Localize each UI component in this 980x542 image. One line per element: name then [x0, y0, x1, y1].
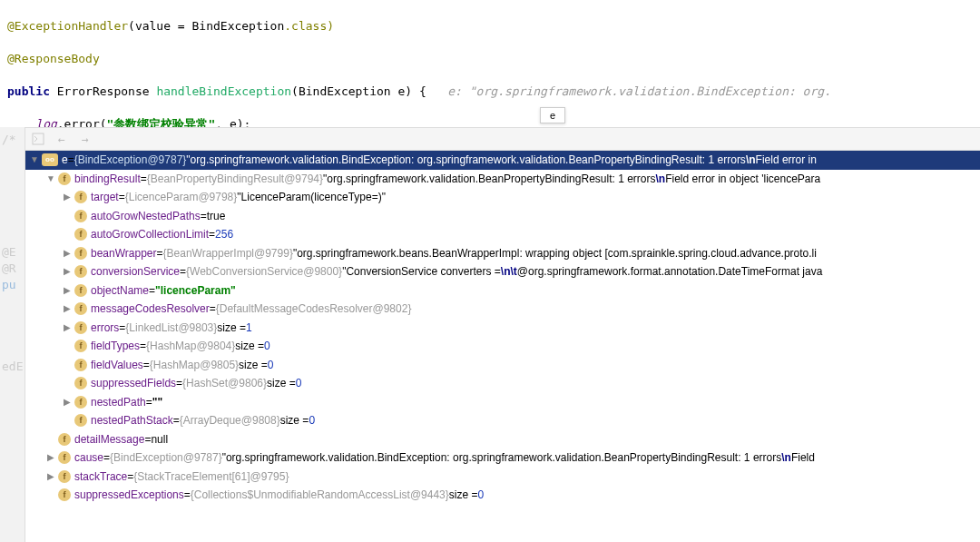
debug-toolbar: ← →: [25, 127, 980, 151]
expand-icon[interactable]: [62, 244, 73, 263]
field-badge-icon: f: [74, 377, 87, 389]
field-badge-icon: f: [74, 265, 87, 278]
tree-row[interactable]: f conversionService = {WebConversionServ…: [25, 262, 980, 281]
tree-row[interactable]: f stackTrace = {StackTraceElement[61]@97…: [25, 468, 980, 487]
forward-icon[interactable]: →: [78, 132, 93, 146]
tree-row-root[interactable]: oo e = {BindException@9787} "org.springf…: [25, 151, 980, 170]
tree-row[interactable]: f detailMessage = null: [25, 430, 980, 449]
tree-row[interactable]: f cause = {BindException@9787} "org.spri…: [25, 448, 980, 468]
annotation-exception-handler: @ExceptionHandler: [7, 19, 128, 33]
tree-row[interactable]: f autoGrowCollectionLimit = 256: [25, 225, 980, 244]
field-badge-icon: f: [74, 302, 87, 315]
console-icon[interactable]: [31, 132, 45, 146]
field-badge-icon: f: [58, 470, 71, 483]
field-badge-icon: f: [58, 488, 71, 501]
back-icon[interactable]: ←: [54, 132, 69, 146]
left-gutter: /* @E @R pu edE: [0, 127, 25, 542]
expand-icon[interactable]: [62, 300, 73, 319]
tree-row[interactable]: f objectName = "licenceParam": [25, 281, 980, 301]
field-badge-icon: f: [74, 321, 87, 334]
field-badge-icon: f: [58, 433, 71, 446]
tree-row[interactable]: f errors = {LinkedList@9803} size = 1: [25, 319, 980, 338]
tree-row[interactable]: f messageCodesResolver = {DefaultMessage…: [25, 300, 980, 319]
expand-icon[interactable]: [62, 393, 73, 412]
field-badge-icon: f: [74, 210, 87, 222]
annotation-response-body: @ResponseBody: [7, 52, 100, 65]
field-badge-icon: f: [58, 451, 71, 464]
expand-icon[interactable]: [45, 468, 56, 487]
inline-hint: e: "org.springframework.validation.BindE…: [447, 84, 831, 98]
tree-row[interactable]: f target = {LicenceParam@9798} "LicenceP…: [25, 188, 980, 207]
tree-row[interactable]: f nestedPathStack = {ArrayDeque@9808} si…: [25, 411, 980, 430]
variable-tooltip[interactable]: e: [540, 107, 565, 123]
field-badge-icon: f: [58, 172, 71, 185]
expand-icon[interactable]: [62, 188, 73, 207]
field-badge-icon: f: [74, 247, 87, 260]
field-badge-icon: f: [74, 396, 87, 409]
expand-icon[interactable]: [62, 262, 73, 281]
expand-icon[interactable]: [62, 281, 73, 301]
tree-row[interactable]: f fieldValues = {HashMap@9805} size = 0: [25, 356, 980, 375]
tree-row[interactable]: f beanWrapper = {BeanWrapperImpl@9799} "…: [25, 244, 980, 263]
tree-row[interactable]: f suppressedFields = {HashSet@9806} size…: [25, 374, 980, 393]
object-badge-icon: oo: [42, 153, 58, 166]
tree-row[interactable]: f nestedPath = "": [25, 393, 980, 412]
field-badge-icon: f: [74, 340, 87, 352]
tree-row[interactable]: f autoGrowNestedPaths = true: [25, 207, 980, 226]
field-badge-icon: f: [74, 228, 87, 241]
field-badge-icon: f: [74, 191, 87, 203]
expand-icon[interactable]: [29, 151, 40, 170]
field-badge-icon: f: [74, 414, 87, 427]
expand-icon[interactable]: [45, 448, 56, 468]
tree-row[interactable]: f bindingResult = {BeanPropertyBindingRe…: [25, 170, 980, 189]
field-badge-icon: f: [74, 284, 87, 297]
tree-row[interactable]: f fieldTypes = {HashMap@9804} size = 0: [25, 337, 980, 356]
svg-rect-0: [33, 133, 44, 144]
tree-row[interactable]: f suppressedExceptions = {Collections$Un…: [25, 486, 980, 505]
variables-tree[interactable]: oo e = {BindException@9787} "org.springf…: [25, 151, 980, 542]
field-badge-icon: f: [74, 359, 87, 371]
expand-icon[interactable]: [62, 319, 73, 338]
expand-icon[interactable]: [45, 170, 56, 189]
